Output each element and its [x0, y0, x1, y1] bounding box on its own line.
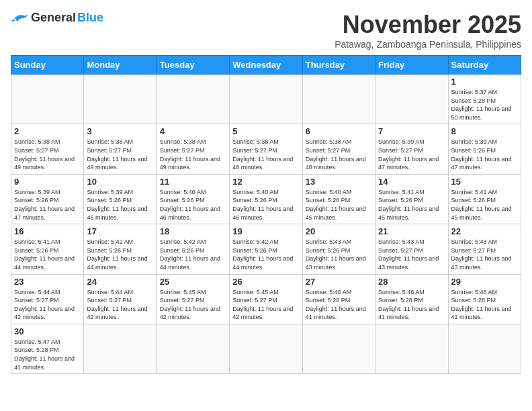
day-number: 23	[14, 277, 81, 287]
logo-area: GeneralBlue	[11, 11, 103, 25]
header-friday: Friday	[375, 56, 448, 75]
table-row: 1Sunrise: 5:37 AM Sunset: 5:28 PM Daylig…	[448, 75, 521, 124]
day-number: 7	[378, 126, 445, 136]
table-row	[84, 324, 157, 373]
day-info: Sunrise: 5:40 AM Sunset: 5:26 PM Dayligh…	[160, 188, 226, 222]
table-row: 11Sunrise: 5:40 AM Sunset: 5:26 PM Dayli…	[157, 174, 229, 224]
day-info: Sunrise: 5:47 AM Sunset: 5:28 PM Dayligh…	[14, 338, 81, 371]
day-number: 16	[14, 226, 81, 236]
table-row	[302, 75, 375, 124]
day-info: Sunrise: 5:41 AM Sunset: 5:26 PM Dayligh…	[378, 188, 445, 222]
day-info: Sunrise: 5:38 AM Sunset: 5:27 PM Dayligh…	[232, 138, 299, 171]
day-number: 19	[232, 226, 299, 236]
day-number: 15	[451, 177, 518, 187]
day-number: 30	[14, 326, 81, 336]
day-info: Sunrise: 5:43 AM Sunset: 5:27 PM Dayligh…	[451, 238, 518, 271]
day-number: 26	[232, 277, 299, 287]
day-info: Sunrise: 5:38 AM Sunset: 5:27 PM Dayligh…	[160, 138, 226, 171]
day-info: Sunrise: 5:42 AM Sunset: 5:26 PM Dayligh…	[160, 238, 226, 271]
table-row: 19Sunrise: 5:42 AM Sunset: 5:26 PM Dayli…	[230, 224, 302, 274]
day-number: 12	[232, 177, 299, 187]
table-row	[302, 324, 375, 373]
calendar-table: Sunday Monday Tuesday Wednesday Thursday…	[11, 55, 521, 374]
day-info: Sunrise: 5:40 AM Sunset: 5:26 PM Dayligh…	[232, 188, 299, 222]
day-number: 1	[451, 77, 518, 87]
day-number: 28	[378, 277, 445, 287]
day-number: 5	[232, 126, 299, 136]
table-row: 23Sunrise: 5:44 AM Sunset: 5:27 PM Dayli…	[11, 274, 84, 324]
header-saturday: Saturday	[448, 56, 521, 75]
day-number: 4	[160, 126, 226, 136]
table-row: 4Sunrise: 5:38 AM Sunset: 5:27 PM Daylig…	[157, 124, 229, 174]
header-tuesday: Tuesday	[157, 56, 229, 75]
table-row: 5Sunrise: 5:38 AM Sunset: 5:27 PM Daylig…	[230, 124, 302, 174]
day-info: Sunrise: 5:41 AM Sunset: 5:26 PM Dayligh…	[14, 238, 81, 271]
day-number: 3	[87, 126, 153, 136]
day-info: Sunrise: 5:44 AM Sunset: 5:27 PM Dayligh…	[14, 288, 81, 322]
day-info: Sunrise: 5:46 AM Sunset: 5:28 PM Dayligh…	[306, 288, 372, 322]
header-thursday: Thursday	[302, 56, 375, 75]
day-number: 18	[160, 226, 226, 236]
table-row	[157, 324, 229, 373]
calendar-header-row: Sunday Monday Tuesday Wednesday Thursday…	[11, 56, 521, 75]
table-row: 13Sunrise: 5:40 AM Sunset: 5:26 PM Dayli…	[302, 174, 375, 224]
table-row: 7Sunrise: 5:39 AM Sunset: 5:27 PM Daylig…	[375, 124, 448, 174]
day-info: Sunrise: 5:38 AM Sunset: 5:27 PM Dayligh…	[14, 138, 81, 171]
day-number: 27	[306, 277, 372, 287]
day-number: 13	[306, 177, 372, 187]
table-row: 16Sunrise: 5:41 AM Sunset: 5:26 PM Dayli…	[11, 224, 84, 274]
table-row: 12Sunrise: 5:40 AM Sunset: 5:26 PM Dayli…	[230, 174, 302, 224]
day-number: 29	[451, 277, 518, 287]
day-number: 25	[160, 277, 226, 287]
day-info: Sunrise: 5:45 AM Sunset: 5:27 PM Dayligh…	[160, 288, 226, 322]
logo-icon	[11, 11, 30, 25]
day-number: 6	[306, 126, 372, 136]
day-info: Sunrise: 5:37 AM Sunset: 5:28 PM Dayligh…	[451, 88, 518, 122]
day-number: 22	[451, 226, 518, 236]
day-info: Sunrise: 5:44 AM Sunset: 5:27 PM Dayligh…	[87, 288, 153, 322]
header-sunday: Sunday	[11, 56, 84, 75]
logo-text-general: General	[31, 11, 76, 25]
day-number: 21	[378, 226, 445, 236]
table-row: 15Sunrise: 5:41 AM Sunset: 5:26 PM Dayli…	[448, 174, 521, 224]
day-info: Sunrise: 5:42 AM Sunset: 5:26 PM Dayligh…	[87, 238, 153, 271]
table-row: 18Sunrise: 5:42 AM Sunset: 5:26 PM Dayli…	[157, 224, 229, 274]
day-info: Sunrise: 5:45 AM Sunset: 5:27 PM Dayligh…	[232, 288, 299, 322]
day-number: 11	[160, 177, 226, 187]
day-number: 17	[87, 226, 153, 236]
day-info: Sunrise: 5:38 AM Sunset: 5:27 PM Dayligh…	[87, 138, 153, 171]
table-row: 27Sunrise: 5:46 AM Sunset: 5:28 PM Dayli…	[302, 274, 375, 324]
table-row: 8Sunrise: 5:39 AM Sunset: 5:26 PM Daylig…	[448, 124, 521, 174]
day-info: Sunrise: 5:46 AM Sunset: 5:28 PM Dayligh…	[378, 288, 445, 322]
day-info: Sunrise: 5:41 AM Sunset: 5:26 PM Dayligh…	[451, 188, 518, 222]
table-row: 22Sunrise: 5:43 AM Sunset: 5:27 PM Dayli…	[448, 224, 521, 274]
title-area: November 2025 Patawag, Zamboanga Peninsu…	[335, 11, 521, 50]
table-row: 17Sunrise: 5:42 AM Sunset: 5:26 PM Dayli…	[84, 224, 157, 274]
table-row: 3Sunrise: 5:38 AM Sunset: 5:27 PM Daylig…	[84, 124, 157, 174]
day-info: Sunrise: 5:42 AM Sunset: 5:26 PM Dayligh…	[232, 238, 299, 271]
day-info: Sunrise: 5:39 AM Sunset: 5:26 PM Dayligh…	[451, 138, 518, 171]
day-info: Sunrise: 5:43 AM Sunset: 5:27 PM Dayligh…	[378, 238, 445, 271]
table-row	[448, 324, 521, 373]
day-number: 14	[378, 177, 445, 187]
day-number: 24	[87, 277, 153, 287]
day-info: Sunrise: 5:39 AM Sunset: 5:26 PM Dayligh…	[14, 188, 81, 222]
table-row: 21Sunrise: 5:43 AM Sunset: 5:27 PM Dayli…	[375, 224, 448, 274]
header-wednesday: Wednesday	[230, 56, 302, 75]
table-row: 28Sunrise: 5:46 AM Sunset: 5:28 PM Dayli…	[375, 274, 448, 324]
table-row: 20Sunrise: 5:43 AM Sunset: 5:26 PM Dayli…	[302, 224, 375, 274]
table-row	[375, 75, 448, 124]
page-header: GeneralBlue November 2025 Patawag, Zambo…	[11, 11, 521, 50]
day-number: 10	[87, 177, 153, 187]
day-number: 9	[14, 177, 81, 187]
day-info: Sunrise: 5:39 AM Sunset: 5:26 PM Dayligh…	[87, 188, 153, 222]
table-row: 6Sunrise: 5:38 AM Sunset: 5:27 PM Daylig…	[302, 124, 375, 174]
table-row	[157, 75, 229, 124]
table-row	[11, 75, 84, 124]
logo: GeneralBlue	[11, 11, 103, 25]
day-info: Sunrise: 5:46 AM Sunset: 5:28 PM Dayligh…	[451, 288, 518, 322]
table-row	[230, 75, 302, 124]
table-row: 25Sunrise: 5:45 AM Sunset: 5:27 PM Dayli…	[157, 274, 229, 324]
day-number: 2	[14, 126, 81, 136]
table-row	[84, 75, 157, 124]
